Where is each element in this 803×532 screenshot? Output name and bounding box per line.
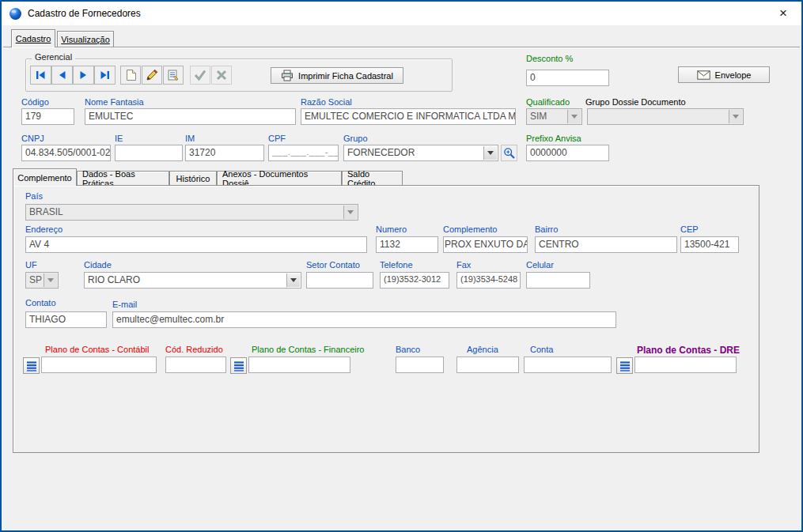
tab-boas-praticas[interactable]: Dados - Boas Práticas	[77, 171, 169, 185]
tab-complemento-label: Complemento	[17, 173, 71, 183]
chevron-down-icon	[290, 278, 297, 282]
bairro-label: Bairro	[535, 224, 558, 234]
chevron-down-icon	[487, 151, 494, 155]
nav-last-button[interactable]	[94, 66, 116, 85]
list-icon	[619, 360, 631, 372]
desconto-field[interactable]: 0	[526, 70, 609, 86]
edit-record-button[interactable]	[142, 66, 162, 85]
app-icon	[9, 7, 22, 21]
cancel-button[interactable]	[211, 66, 232, 85]
celular-field[interactable]	[526, 272, 590, 289]
celular-label: Celular	[526, 260, 554, 270]
banco-field[interactable]	[396, 357, 444, 373]
agencia-label: Agência	[467, 345, 498, 354]
cod-reduzido-field[interactable]	[165, 357, 226, 373]
grupo-dossie-label: Grupo Dossie Documento	[585, 97, 686, 107]
conta-label: Conta	[530, 345, 553, 354]
ie-label: IE	[115, 134, 123, 143]
conta-field[interactable]	[524, 357, 612, 373]
qualificado-combo[interactable]: SIM	[526, 108, 582, 125]
plano-financeiro-label: Plano de Contas - Financeiro	[252, 345, 364, 354]
imprimir-ficha-button[interactable]: Imprimir Ficha Cadastral	[271, 67, 403, 84]
cidade-dropdown-button	[286, 274, 300, 287]
grupo-label: Grupo	[343, 134, 368, 143]
new-record-button[interactable]	[120, 66, 141, 85]
grupo-dossie-combo[interactable]	[587, 108, 744, 125]
uf-combo[interactable]: SP	[25, 272, 59, 289]
plano-financeiro-lookup-button[interactable]	[230, 357, 247, 374]
close-icon[interactable]: ×	[770, 2, 797, 25]
razao-social-field[interactable]: EMULTEC COMERCIO E INFORMATICA LTDA ME	[301, 108, 516, 125]
cidade-label: Cidade	[84, 260, 112, 270]
printer-icon	[281, 70, 294, 81]
list-icon	[26, 360, 37, 372]
confirm-button[interactable]	[190, 66, 210, 85]
agencia-field[interactable]	[456, 357, 519, 373]
qualificado-dropdown-button	[567, 110, 581, 123]
nav-next-button[interactable]	[73, 66, 94, 85]
plano-financeiro-field[interactable]	[248, 357, 350, 373]
tab-anexos[interactable]: Anexos - Documentos Dossiê	[217, 171, 342, 185]
email-field[interactable]: emultec@emultec.com.br	[112, 311, 616, 328]
tab-cadastro-label: Cadastro	[16, 34, 51, 43]
ie-field[interactable]	[115, 145, 183, 161]
nome-fantasia-label: Nome Fantasia	[85, 97, 144, 107]
plano-dre-lookup-button[interactable]	[616, 357, 633, 374]
grupo-search-button[interactable]	[501, 145, 517, 161]
plano-contabil-field[interactable]	[41, 357, 157, 373]
contato-label: Contato	[25, 298, 56, 308]
bairro-field[interactable]: CENTRO	[535, 236, 677, 253]
grupo-combo[interactable]: FORNECEDOR	[343, 145, 498, 161]
codigo-label: Código	[21, 97, 49, 107]
email-label: E-mail	[112, 300, 137, 309]
uf-label: UF	[25, 260, 37, 270]
nav-first-button[interactable]	[30, 66, 51, 85]
endereco-field[interactable]: AV 4	[25, 236, 367, 253]
numero-field[interactable]: 1132	[376, 236, 438, 253]
tab-saldo-credito[interactable]: Saldo Crédito	[342, 171, 403, 185]
plano-contabil-lookup-button[interactable]	[23, 357, 40, 374]
pais-combo[interactable]: BRASIL	[25, 204, 358, 221]
check-icon	[194, 70, 206, 81]
plano-contabil-label: Plano de Contas - Contábil	[45, 345, 149, 354]
envelope-button-label: Envelope	[715, 70, 752, 80]
cidade-combo[interactable]: RIO CLARO	[84, 272, 301, 289]
codigo-field[interactable]: 179	[21, 108, 74, 125]
cep-field[interactable]: 13500-421	[680, 236, 739, 253]
browse-records-button[interactable]	[163, 66, 184, 85]
plano-dre-field[interactable]	[634, 357, 737, 373]
im-field[interactable]: 31720	[185, 145, 264, 161]
fax-field[interactable]: (19)3534-5248	[456, 272, 521, 289]
razao-social-label: Razão Social	[301, 97, 352, 107]
nav-prev-button[interactable]	[51, 66, 73, 85]
prefixo-anvisa-field[interactable]: 0000000	[526, 145, 609, 161]
chevron-down-icon	[733, 115, 739, 119]
cnpj-field[interactable]: 04.834.505/0001-02	[21, 145, 111, 161]
tab-visualizacao-label: Visualização	[61, 35, 110, 44]
new-document-icon	[125, 69, 137, 81]
tab-visualizacao[interactable]: Visualização	[57, 31, 114, 47]
next-record-icon	[79, 70, 88, 80]
telefone-field[interactable]: (19)3532-3012	[380, 272, 449, 289]
pais-value: BRASIL	[29, 206, 63, 217]
nome-fantasia-field[interactable]: EMULTEC	[85, 108, 296, 125]
fax-label: Fax	[456, 260, 471, 270]
cod-reduzido-label: Cód. Reduzido	[165, 345, 223, 354]
qualificado-label: Qualificado	[526, 97, 570, 107]
setor-contato-field[interactable]	[306, 272, 373, 289]
cpf-label: CPF	[268, 134, 286, 143]
envelope-button[interactable]: Envelope	[678, 66, 770, 83]
grupo-dropdown-button	[483, 146, 497, 160]
contato-field[interactable]: THIAGO	[25, 311, 107, 328]
tab-historico[interactable]: Histórico	[169, 171, 217, 185]
notepad-icon	[167, 69, 180, 81]
cep-label: CEP	[680, 224, 699, 234]
complemento-field[interactable]: PROX ENXUTO DA 14	[443, 236, 528, 253]
app-window: Cadastro de Fornecedores × Cadastro Visu…	[0, 0, 803, 532]
cpf-field[interactable]: ___.___.___-__	[268, 145, 339, 161]
banco-label: Banco	[396, 345, 420, 354]
tab-complemento[interactable]: Complemento	[13, 168, 77, 186]
last-record-icon	[100, 70, 110, 80]
cnpj-label: CNPJ	[21, 134, 44, 143]
tab-cadastro[interactable]: Cadastro	[11, 29, 55, 47]
